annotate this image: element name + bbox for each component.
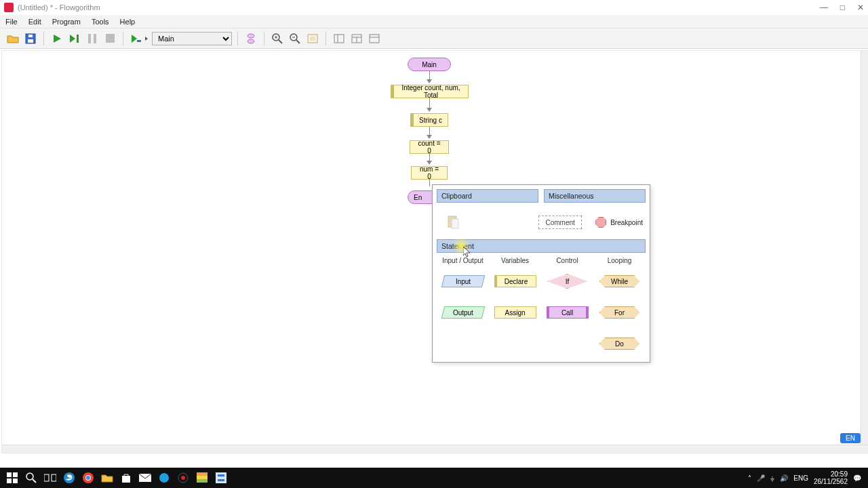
app-icon — [4, 3, 14, 12]
svg-rect-48 — [216, 472, 226, 483]
svg-line-33 — [33, 479, 36, 483]
shape-input[interactable]: Input — [441, 274, 485, 289]
shape-input-label: Input — [455, 278, 470, 285]
col-ctrl: Control — [541, 257, 593, 264]
svg-rect-3 — [77, 35, 79, 43]
store-icon[interactable] — [117, 468, 136, 487]
node-assign-count[interactable]: count = 0 — [410, 140, 449, 154]
tray-time: 20:59 — [814, 470, 848, 478]
search-icon[interactable] — [22, 468, 41, 487]
app1-icon[interactable] — [155, 468, 174, 487]
hourglass-icon[interactable] — [243, 31, 258, 46]
taskbar: ˄ 🎤 ⏚ 🔊 ENG 20:59 26/11/2562 💬 — [0, 468, 868, 488]
shape-for[interactable]: For — [598, 305, 642, 320]
node-assign-num[interactable]: num = 0 — [411, 166, 448, 180]
svg-rect-47 — [197, 479, 208, 483]
section-clipboard-label: Clipboard — [441, 192, 472, 200]
tray-clock[interactable]: 20:59 26/11/2562 — [814, 470, 848, 485]
explorer-icon[interactable] — [98, 468, 117, 487]
menu-help[interactable]: Help — [120, 18, 136, 26]
shape-declare-label: Declare — [505, 278, 528, 285]
layout1-icon[interactable] — [332, 31, 347, 46]
tray-volume-icon[interactable]: 🔊 — [780, 474, 788, 482]
close-button[interactable]: ✕ — [857, 3, 864, 12]
minimize-button[interactable]: — — [820, 3, 828, 12]
node-declare-string[interactable]: String c — [410, 113, 448, 127]
shape-while[interactable]: While — [598, 274, 642, 289]
start-button[interactable] — [3, 468, 22, 487]
run-icon[interactable] — [50, 31, 64, 46]
language-badge[interactable]: EN — [840, 433, 861, 443]
shape-call-label: Call — [561, 309, 573, 317]
separator — [123, 32, 123, 45]
col-loop: Looping — [593, 257, 646, 264]
function-select[interactable]: Main — [152, 32, 232, 45]
svg-rect-1 — [28, 39, 33, 43]
shape-for-label: For — [614, 309, 625, 317]
flowgorithm-taskbar-icon[interactable] — [212, 468, 231, 487]
record-icon[interactable] — [174, 468, 193, 487]
menu-edit[interactable]: Edit — [28, 18, 41, 26]
edge-icon[interactable] — [60, 468, 79, 487]
shape-assign[interactable]: Assign — [494, 305, 537, 320]
shape-output[interactable]: Output — [441, 305, 485, 320]
shape-if[interactable]: If — [546, 274, 589, 289]
svg-point-8 — [248, 34, 254, 38]
arrow-head-icon — [427, 161, 432, 165]
step-icon[interactable] — [67, 31, 82, 46]
node-declare-string-label: String c — [419, 117, 442, 124]
section-statement: Statement — [437, 239, 646, 253]
stop-icon[interactable] — [102, 31, 117, 46]
svg-rect-46 — [197, 476, 208, 479]
node-end-label: En — [414, 194, 422, 201]
chrome-icon[interactable] — [79, 468, 98, 487]
zoom-out-icon[interactable] — [288, 31, 302, 46]
svg-rect-31 — [13, 479, 18, 483]
pause-icon[interactable] — [85, 31, 100, 46]
flowchart-canvas[interactable]: Main Integer count, num, Total String c … — [1, 50, 868, 453]
arrow-head-icon — [427, 79, 432, 83]
svg-line-11 — [279, 40, 282, 43]
tray-notifications-icon[interactable]: 💬 — [853, 474, 861, 482]
layout3-icon[interactable] — [367, 31, 382, 46]
svg-rect-24 — [370, 35, 379, 43]
maximize-button[interactable]: □ — [840, 3, 845, 12]
zoom-fit-icon[interactable] — [305, 31, 320, 46]
open-icon[interactable] — [5, 31, 20, 46]
arrow — [429, 180, 430, 186]
node-declare-integers-label: Integer count, num, Total — [399, 84, 462, 99]
shape-comment[interactable]: Comment — [538, 216, 582, 229]
menu-program[interactable]: Program — [52, 18, 81, 26]
task-view-icon[interactable] — [41, 468, 60, 487]
layout2-icon[interactable] — [349, 31, 364, 46]
node-declare-integers[interactable]: Integer count, num, Total — [391, 85, 469, 98]
section-misc: Miscellaneous — [544, 189, 646, 203]
mail-icon[interactable] — [136, 468, 155, 487]
tray-chevron-icon[interactable]: ˄ — [748, 474, 751, 482]
tray-wifi-icon[interactable]: ⏚ — [770, 474, 774, 482]
shape-call[interactable]: Call — [546, 305, 589, 320]
shape-do[interactable]: Do — [598, 336, 642, 351]
shape-breakpoint[interactable] — [595, 217, 606, 228]
run-speed-icon[interactable] — [129, 31, 149, 46]
svg-rect-27 — [452, 219, 458, 228]
vertical-scrollbar[interactable] — [861, 51, 868, 445]
horizontal-scrollbar[interactable] — [2, 445, 868, 453]
app2-icon[interactable] — [193, 468, 212, 487]
save-icon[interactable] — [23, 31, 38, 46]
paste-icon[interactable] — [446, 215, 461, 230]
svg-rect-35 — [52, 474, 56, 481]
tray-mic-icon[interactable]: 🎤 — [757, 474, 765, 482]
shape-comment-label: Comment — [546, 219, 575, 226]
shape-declare[interactable]: Declare — [494, 274, 537, 289]
node-main[interactable]: Main — [408, 58, 451, 71]
tray-lang[interactable]: ENG — [793, 474, 808, 482]
svg-rect-34 — [44, 474, 49, 481]
svg-rect-2 — [28, 35, 33, 37]
svg-point-36 — [64, 472, 75, 483]
menu-tools[interactable]: Tools — [92, 18, 109, 26]
svg-rect-4 — [88, 34, 91, 43]
node-assign-num-label: num = 0 — [418, 165, 440, 180]
zoom-in-icon[interactable] — [270, 31, 285, 46]
menu-file[interactable]: File — [5, 18, 18, 26]
